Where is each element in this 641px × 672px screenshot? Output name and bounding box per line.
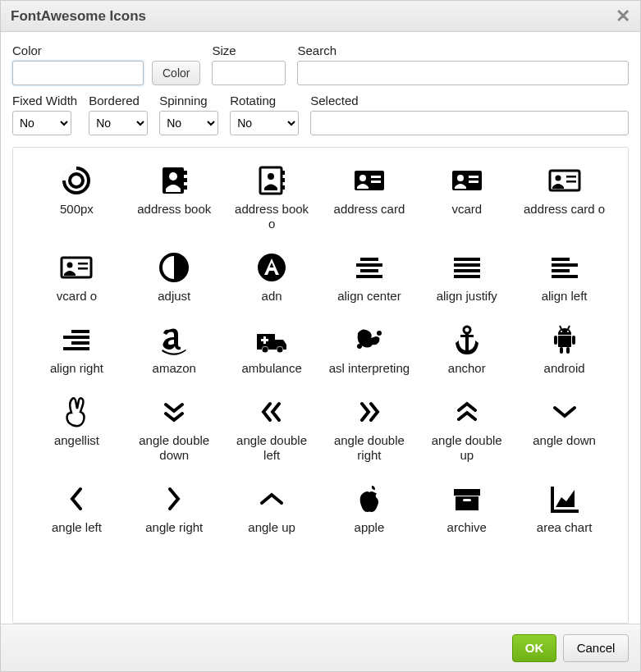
- svg-point-25: [67, 263, 73, 268]
- color-input[interactable]: [12, 61, 144, 85]
- archive-icon: [449, 481, 485, 517]
- icon-label: address book: [137, 202, 211, 217]
- bordered-select[interactable]: No: [89, 111, 148, 135]
- svg-point-48: [263, 347, 268, 353]
- icon-label: ambulance: [241, 361, 301, 376]
- svg-rect-15: [371, 181, 381, 183]
- svg-point-50: [357, 344, 362, 349]
- icon-angle-double-right[interactable]: angle double right: [323, 387, 417, 469]
- icon-angle-up[interactable]: angle up: [225, 474, 319, 542]
- icon-address-book[interactable]: address book: [127, 156, 222, 238]
- icon-label: align justify: [437, 289, 497, 304]
- icon-area-chart[interactable]: area chart: [517, 474, 611, 542]
- ok-button[interactable]: OK: [512, 634, 556, 662]
- size-field-group: Size: [212, 43, 286, 85]
- angle-double-up-icon: [449, 394, 485, 430]
- svg-point-21: [555, 176, 561, 181]
- align-justify-icon: [449, 249, 485, 286]
- asl-interpreting-icon: [351, 322, 387, 358]
- color-field-group: Color Color: [12, 43, 200, 85]
- icon-label: angellist: [54, 433, 99, 448]
- fontawesome-dialog: FontAwesome Icons ✕ Color Color Size Sea…: [0, 0, 641, 672]
- svg-rect-41: [552, 275, 578, 278]
- bordered-field-group: Bordered No: [89, 94, 148, 135]
- svg-rect-14: [371, 176, 381, 178]
- selected-field-group: Selected: [310, 94, 629, 135]
- icon-label: address card: [334, 202, 405, 217]
- icon-grid: 500pxaddress bookaddress book oaddress c…: [30, 156, 611, 542]
- bordered-label: Bordered: [89, 94, 148, 107]
- icon-angellist[interactable]: angellist: [30, 387, 124, 469]
- svg-rect-43: [63, 336, 89, 339]
- rotating-select[interactable]: No: [230, 111, 299, 135]
- icon-asl-interpreting[interactable]: asl interpreting: [323, 315, 417, 382]
- search-field-group: Search: [297, 43, 629, 85]
- icon-archive[interactable]: archive: [419, 474, 514, 542]
- color-button[interactable]: Color: [152, 61, 200, 85]
- selected-input[interactable]: [310, 111, 629, 135]
- selected-label: Selected: [310, 94, 629, 107]
- icon-label: align left: [542, 289, 588, 304]
- icon-angle-double-down[interactable]: angle double down: [127, 387, 222, 469]
- size-input[interactable]: [212, 61, 286, 85]
- svg-rect-31: [356, 263, 382, 267]
- svg-point-6: [169, 172, 177, 181]
- adn-icon: [254, 249, 290, 286]
- angle-double-left-icon: [254, 394, 290, 430]
- angle-up-icon: [254, 481, 290, 517]
- icon-align-right[interactable]: align right: [30, 315, 124, 382]
- search-input[interactable]: [297, 61, 629, 85]
- icon-vcard[interactable]: vcard: [419, 156, 514, 238]
- icon-label: angle right: [145, 520, 203, 535]
- dialog-title: FontAwesome Icons: [11, 8, 146, 25]
- android-icon: [547, 322, 583, 358]
- svg-rect-32: [360, 269, 378, 272]
- fixed-width-select[interactable]: No: [12, 111, 71, 135]
- angle-left-icon: [58, 481, 94, 517]
- icon-label: vcard o: [57, 289, 97, 304]
- icon-align-justify[interactable]: align justify: [419, 243, 514, 310]
- icon-angle-double-left[interactable]: angle double left: [225, 387, 319, 469]
- svg-rect-8: [282, 171, 285, 175]
- color-label: Color: [12, 43, 200, 57]
- align-right-icon: [58, 322, 94, 358]
- svg-rect-22: [566, 176, 576, 178]
- icon-android[interactable]: android: [517, 315, 611, 382]
- icon-label: adjust: [158, 289, 190, 304]
- fixed-width-field-group: Fixed Width No: [12, 94, 77, 135]
- svg-rect-42: [71, 330, 89, 333]
- icons-panel[interactable]: 500pxaddress bookaddress book oaddress c…: [12, 147, 629, 624]
- icon-address-card-o[interactable]: address card o: [517, 156, 611, 238]
- icon-angle-down[interactable]: angle down: [517, 387, 611, 469]
- icon-label: vcard: [451, 202, 482, 217]
- icon-align-left[interactable]: align left: [517, 243, 611, 310]
- rotating-field-group: Rotating No: [230, 94, 299, 135]
- svg-rect-47: [261, 339, 268, 341]
- svg-point-51: [377, 331, 382, 336]
- svg-line-63: [568, 326, 570, 329]
- icon-align-center[interactable]: align center: [323, 243, 417, 310]
- icon-adjust[interactable]: adjust: [127, 243, 222, 310]
- icon-apple[interactable]: apple: [323, 474, 417, 542]
- svg-rect-5: [184, 185, 187, 190]
- icon-amazon[interactable]: amazon: [127, 315, 222, 382]
- icon-anchor[interactable]: anchor: [419, 315, 514, 382]
- icon-500px[interactable]: 500px: [30, 156, 124, 238]
- icon-ambulance[interactable]: ambulance: [225, 315, 319, 382]
- svg-point-49: [277, 347, 283, 353]
- close-icon[interactable]: ✕: [616, 7, 630, 25]
- align-left-icon: [547, 249, 583, 286]
- icon-address-card[interactable]: address card: [323, 156, 417, 238]
- icon-angle-right[interactable]: angle right: [127, 474, 222, 542]
- icon-vcard-o[interactable]: vcard o: [30, 243, 124, 310]
- icon-angle-left[interactable]: angle left: [30, 474, 124, 542]
- icon-label: address card o: [524, 202, 605, 217]
- spinning-select[interactable]: No: [159, 111, 218, 135]
- icon-label: area chart: [537, 520, 593, 535]
- icon-angle-double-up[interactable]: angle double up: [419, 387, 514, 469]
- controls-row-2: Fixed Width No Bordered No Spinning No R…: [12, 94, 629, 135]
- icon-address-book-o[interactable]: address book o: [225, 156, 319, 238]
- cancel-button[interactable]: Cancel: [563, 634, 629, 662]
- icon-adn[interactable]: adn: [225, 243, 319, 310]
- apple-icon: [351, 481, 387, 517]
